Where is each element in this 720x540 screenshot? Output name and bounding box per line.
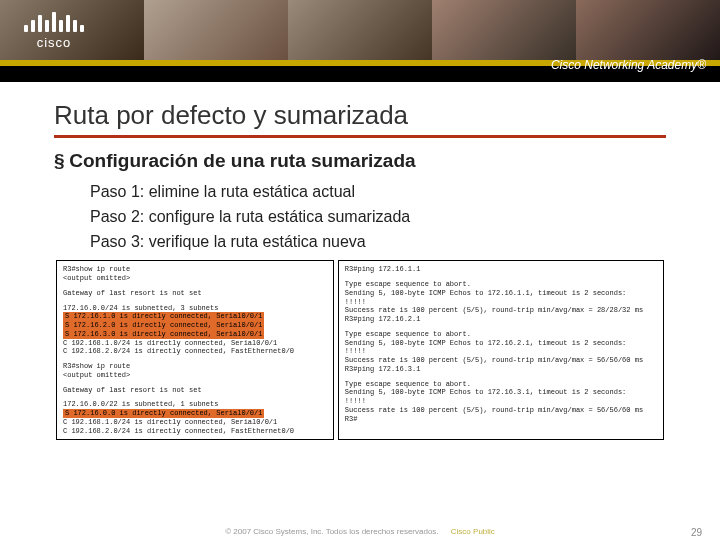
cli-line: Type escape sequence to abort. bbox=[345, 330, 657, 339]
cli-line: <output omitted> bbox=[63, 274, 327, 283]
cli-line: Sending 5, 100-byte ICMP Echos to 172.16… bbox=[345, 289, 657, 298]
cli-figure: R3#show ip route <output omitted> Gatewa… bbox=[0, 260, 720, 440]
cli-line: R3#show ip route bbox=[63, 265, 327, 274]
cli-line: Type escape sequence to abort. bbox=[345, 380, 657, 389]
cli-line: R3#ping 172.16.1.1 bbox=[345, 265, 657, 274]
title-underline bbox=[54, 135, 666, 138]
cli-right-pane: R3#ping 172.16.1.1 Type escape sequence … bbox=[338, 260, 664, 440]
cli-line: R3#ping 172.16.2.1 bbox=[345, 315, 657, 324]
program-name: Cisco Networking Academy® bbox=[551, 58, 706, 72]
cli-line: Success rate is 100 percent (5/5), round… bbox=[345, 356, 657, 365]
section-text: Configuración de una ruta sumarizada bbox=[69, 150, 415, 171]
cli-line: Sending 5, 100-byte ICMP Echos to 172.16… bbox=[345, 388, 657, 397]
cli-line: !!!!! bbox=[345, 347, 657, 356]
cli-left-pane: R3#show ip route <output omitted> Gatewa… bbox=[56, 260, 334, 440]
cli-highlight: S 172.16.1.0 is directly connected, Seri… bbox=[63, 312, 327, 321]
cli-line: !!!!! bbox=[345, 298, 657, 307]
cli-highlight: S 172.16.3.0 is directly connected, Seri… bbox=[63, 330, 327, 339]
cli-line: Gateway of last resort is not set bbox=[63, 289, 327, 298]
cli-line: 172.16.0.0/22 is subnetted, 1 subnets bbox=[63, 400, 327, 409]
header-banner: cisco Cisco Networking Academy® bbox=[0, 0, 720, 82]
cli-line: C 192.168.2.0/24 is directly connected, … bbox=[63, 427, 327, 436]
step-item: Paso 1: elimine la ruta estática actual bbox=[90, 180, 666, 205]
section-bullet: § bbox=[54, 150, 64, 172]
slide-footer: © 2007 Cisco Systems, Inc. Todos los der… bbox=[0, 527, 720, 536]
cli-line: <output omitted> bbox=[63, 371, 327, 380]
section-heading: § Configuración de una ruta sumarizada bbox=[54, 150, 666, 172]
steps-list: Paso 1: elimine la ruta estática actual … bbox=[90, 180, 666, 254]
cli-line: Success rate is 100 percent (5/5), round… bbox=[345, 406, 657, 415]
cisco-bridge-icon bbox=[14, 12, 94, 32]
cli-line: Gateway of last resort is not set bbox=[63, 386, 327, 395]
banner-photo bbox=[432, 0, 576, 60]
cli-line: C 192.168.1.0/24 is directly connected, … bbox=[63, 418, 327, 427]
banner-photo bbox=[576, 0, 720, 60]
step-item: Paso 2: configure la ruta estática sumar… bbox=[90, 205, 666, 230]
banner-photo bbox=[288, 0, 432, 60]
cli-line: C 192.168.2.0/24 is directly connected, … bbox=[63, 347, 327, 356]
cisco-logo: cisco bbox=[14, 12, 94, 50]
cli-line: 172.16.0.0/24 is subnetted, 3 subnets bbox=[63, 304, 327, 313]
slide-content: Ruta por defecto y sumarizada § Configur… bbox=[0, 82, 720, 254]
cli-highlight: S 172.16.2.0 is directly connected, Seri… bbox=[63, 321, 327, 330]
cli-line: Type escape sequence to abort. bbox=[345, 280, 657, 289]
cli-line: Success rate is 100 percent (5/5), round… bbox=[345, 306, 657, 315]
page-number: 29 bbox=[691, 527, 702, 538]
cli-line: Sending 5, 100-byte ICMP Echos to 172.16… bbox=[345, 339, 657, 348]
cli-line: !!!!! bbox=[345, 397, 657, 406]
cli-line: R3#ping 172.16.3.1 bbox=[345, 365, 657, 374]
slide-title: Ruta por defecto y sumarizada bbox=[54, 100, 666, 131]
copyright-text: © 2007 Cisco Systems, Inc. Todos los der… bbox=[225, 527, 438, 536]
cli-line: C 192.168.1.0/24 is directly connected, … bbox=[63, 339, 327, 348]
cli-highlight: S 172.16.0.0 is directly connected, Seri… bbox=[63, 409, 327, 418]
banner-photos bbox=[0, 0, 720, 60]
cisco-wordmark: cisco bbox=[14, 35, 94, 50]
cli-line: R3# bbox=[345, 415, 657, 424]
step-item: Paso 3: verifique la ruta estática nueva bbox=[90, 230, 666, 255]
classification-text: Cisco Public bbox=[451, 527, 495, 536]
cli-line: R3#show ip route bbox=[63, 362, 327, 371]
banner-photo bbox=[144, 0, 288, 60]
